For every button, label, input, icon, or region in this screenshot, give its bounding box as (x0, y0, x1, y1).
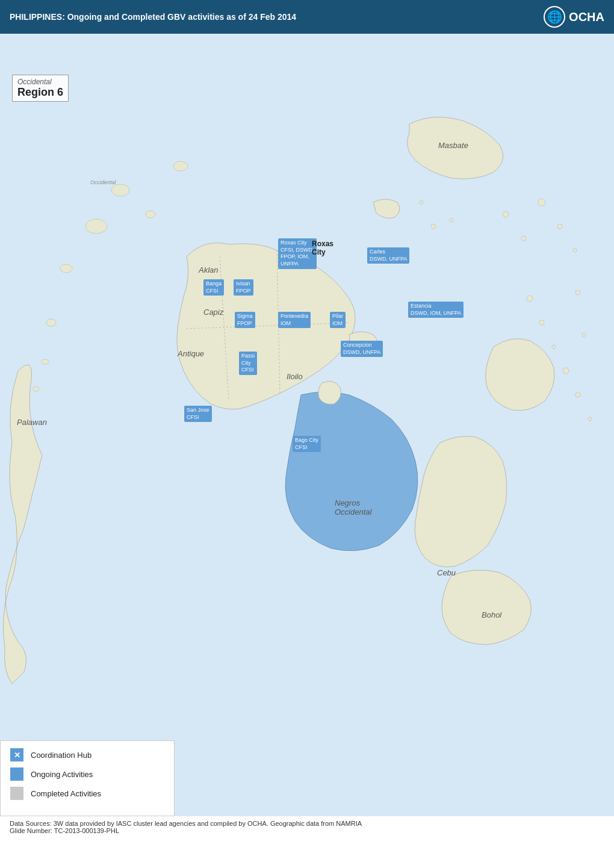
roxas-city-bold: RoxasCity (312, 240, 333, 256)
carles-marker: CarlesDSWD, UNFPA (367, 247, 409, 264)
roxas-city-marker: Roxas CityCFSI, DSWD,FPOP, IOM,UNFPA (278, 238, 317, 269)
concepcion-marker: ConcepcionDSWD, UNFPA (341, 341, 383, 357)
svg-point-26 (552, 345, 556, 349)
svg-text:Occidental: Occidental (90, 179, 117, 185)
sigma-label: SigmaFPOP (235, 312, 255, 328)
ocha-text: OCHA (569, 10, 604, 24)
banga-marker: BangaCFSI (203, 279, 224, 296)
completed-activities-swatch (10, 787, 23, 800)
legend-hub-label: Coordination Hub (31, 751, 91, 760)
legend-completed-label: Completed Activities (31, 789, 101, 798)
footer-sources: Data Sources: 3W data provided by IASC c… (10, 820, 604, 827)
ivisan-label: IvisanFPOP (234, 279, 253, 296)
legend-item-hub: ✕ Coordination Hub (10, 748, 164, 761)
svg-point-25 (539, 320, 544, 325)
svg-point-0 (173, 161, 188, 171)
svg-point-2 (111, 184, 129, 196)
svg-point-28 (575, 392, 580, 397)
footer: Data Sources: 3W data provided by IASC c… (0, 816, 614, 838)
svg-point-27 (563, 368, 569, 374)
pilar-label: PilarIOM (330, 312, 346, 328)
svg-point-4 (60, 264, 72, 273)
svg-point-15 (431, 224, 436, 229)
roxas-city-label: Roxas CityCFSI, DSWD,FPOP, IOM,UNFPA (278, 238, 317, 269)
svg-point-24 (527, 296, 533, 302)
page-header: PHILIPPINES: Ongoing and Completed GBV a… (0, 0, 614, 34)
banga-label: BangaCFSI (203, 279, 224, 296)
legend-item-ongoing: Ongoing Activities (10, 767, 164, 781)
san-jose-label: San JoseCFSI (184, 406, 212, 422)
pontevedra-marker: PontevedraIOM (278, 312, 311, 328)
svg-point-3 (85, 219, 107, 234)
footer-glide: Glide Number: TC-2013-000139-PHL (10, 827, 604, 834)
legend-item-completed: Completed Activities (10, 787, 164, 800)
passi-city-label: PassiCityCFSI (239, 352, 257, 375)
ongoing-activities-swatch (10, 767, 23, 781)
coordination-hub-icon: ✕ (10, 748, 23, 761)
svg-point-22 (575, 290, 580, 295)
region6-label: Region 6 (17, 86, 63, 99)
ivisan-marker: IvisanFPOP (234, 279, 253, 296)
sigma-marker: SigmaFPOP (235, 312, 255, 328)
bago-city-marker: Bago CityCFSI (293, 436, 321, 452)
estancia-marker: EstanciaDSWD, IOM, UNFPA (408, 302, 464, 318)
svg-point-7 (33, 386, 39, 391)
estancia-label: EstanciaDSWD, IOM, UNFPA (408, 302, 464, 318)
pilar-marker: PilarIOM (330, 312, 346, 328)
region-label-box: Occidental Region 6 (12, 75, 69, 102)
legend-ongoing-label: Ongoing Activities (31, 770, 93, 779)
svg-point-21 (573, 249, 577, 252)
bago-city-label: Bago CityCFSI (293, 436, 321, 452)
svg-point-20 (557, 224, 562, 229)
svg-point-18 (521, 236, 526, 241)
ocha-logo: 🌐 OCHA (544, 6, 604, 28)
svg-point-17 (503, 211, 509, 217)
occidental-label: Occidental (17, 78, 63, 86)
svg-point-19 (538, 199, 545, 206)
globe-icon: 🌐 (544, 6, 565, 28)
svg-point-5 (46, 319, 56, 326)
page-title: PHILIPPINES: Ongoing and Completed GBV a… (10, 12, 296, 22)
svg-point-23 (582, 333, 586, 336)
svg-point-6 (42, 359, 49, 364)
map-legend: ✕ Coordination Hub Ongoing Activities Co… (0, 740, 175, 816)
carles-label: CarlesDSWD, UNFPA (367, 247, 409, 264)
san-jose-marker: San JoseCFSI (184, 406, 212, 422)
svg-point-1 (146, 211, 155, 218)
passi-city-marker: PassiCityCFSI (239, 352, 257, 375)
svg-point-16 (450, 219, 453, 222)
map-svg: Occidental (0, 34, 614, 816)
svg-point-29 (588, 417, 592, 421)
map-container: Occidental Occidental Region 6 Masbate A… (0, 34, 614, 816)
pontevedra-label: PontevedraIOM (278, 312, 311, 328)
svg-point-14 (420, 200, 423, 204)
concepcion-label: ConcepcionDSWD, UNFPA (341, 341, 383, 357)
